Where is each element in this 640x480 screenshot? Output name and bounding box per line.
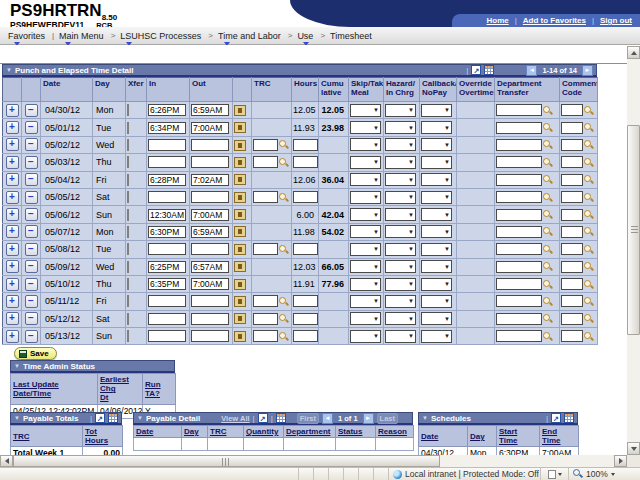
skip-take-meal-select[interactable]: ▼ — [350, 260, 381, 273]
grid-next-page-icon[interactable]: ► — [363, 413, 374, 424]
time-in-input[interactable] — [148, 174, 186, 186]
skip-take-meal-select[interactable]: ▼ — [350, 208, 381, 221]
punch-detail-icon[interactable] — [234, 331, 246, 342]
comment-lookup-icon[interactable] — [583, 261, 594, 272]
callback-nopay-select[interactable]: ▼ — [421, 330, 452, 343]
trc-lookup-icon[interactable] — [278, 192, 289, 203]
department-lookup-icon[interactable] — [542, 226, 553, 237]
horizontal-scrollbar-thumb[interactable] — [13, 455, 440, 467]
time-in-input[interactable] — [148, 261, 186, 273]
department-transfer-input[interactable] — [496, 330, 542, 342]
department-transfer-input[interactable] — [496, 174, 542, 186]
department-transfer-input[interactable] — [496, 261, 542, 273]
hours-input[interactable] — [293, 243, 318, 255]
xfer-checkbox[interactable] — [127, 156, 129, 168]
skip-take-meal-select[interactable]: ▼ — [350, 104, 381, 117]
time-out-input[interactable] — [191, 243, 229, 255]
department-transfer-input[interactable] — [496, 191, 542, 203]
time-in-input[interactable] — [148, 191, 186, 203]
xfer-checkbox[interactable] — [127, 330, 129, 342]
comment-code-input[interactable] — [561, 104, 583, 116]
popup-window-icon[interactable]: ↗ — [551, 413, 561, 423]
skip-take-meal-select[interactable]: ▼ — [350, 278, 381, 291]
customize-grid-icon[interactable] — [484, 65, 494, 75]
hazard-in-chrg-select[interactable]: ▼ — [385, 173, 416, 186]
horizontal-scrollbar[interactable] — [0, 455, 627, 467]
add-row-button[interactable]: + — [6, 104, 19, 117]
trc-input[interactable] — [253, 313, 278, 325]
department-lookup-icon[interactable] — [542, 244, 553, 255]
comment-code-input[interactable] — [561, 191, 583, 203]
skip-take-meal-select[interactable]: ▼ — [350, 330, 381, 343]
vertical-scrollbar[interactable] — [627, 46, 640, 455]
callback-nopay-select[interactable]: ▼ — [421, 295, 452, 308]
department-lookup-icon[interactable] — [542, 105, 553, 116]
last-page-button[interactable]: Last — [377, 413, 398, 424]
time-in-input[interactable] — [148, 209, 186, 221]
column-header[interactable]: Reason — [376, 426, 414, 438]
collapse-section-icon[interactable]: ▼ — [422, 415, 428, 421]
xfer-checkbox[interactable] — [127, 174, 129, 186]
time-in-input[interactable] — [148, 330, 186, 342]
callback-nopay-select[interactable]: ▼ — [421, 121, 452, 134]
comment-code-input[interactable] — [561, 122, 583, 134]
hours-input[interactable] — [293, 313, 318, 325]
scroll-down-button[interactable] — [627, 442, 640, 455]
department-lookup-icon[interactable] — [542, 296, 553, 307]
xfer-checkbox[interactable] — [127, 191, 129, 203]
breadcrumb-item[interactable]: Time and Labor — [216, 31, 285, 41]
column-header[interactable]: Day — [468, 426, 497, 447]
skip-take-meal-select[interactable]: ▼ — [350, 243, 381, 256]
time-out-input[interactable] — [191, 139, 229, 151]
department-lookup-icon[interactable] — [542, 313, 553, 324]
add-row-button[interactable]: + — [6, 208, 19, 221]
punch-detail-icon[interactable] — [234, 313, 246, 324]
trc-input[interactable] — [253, 243, 278, 255]
xfer-checkbox[interactable] — [127, 261, 129, 273]
first-page-button[interactable]: First — [297, 413, 319, 424]
department-transfer-input[interactable] — [496, 226, 542, 238]
punch-detail-icon[interactable] — [234, 209, 246, 220]
time-out-input[interactable] — [191, 313, 229, 325]
hours-input[interactable] — [293, 139, 318, 151]
comment-code-input[interactable] — [561, 313, 583, 325]
add-row-button[interactable]: + — [6, 173, 19, 186]
hazard-in-chrg-select[interactable]: ▼ — [385, 138, 416, 151]
punch-detail-icon[interactable] — [234, 105, 246, 116]
time-out-input[interactable] — [191, 174, 229, 186]
comment-code-input[interactable] — [561, 243, 583, 255]
skip-take-meal-select[interactable]: ▼ — [350, 173, 381, 186]
trc-lookup-icon[interactable] — [278, 244, 289, 255]
xfer-checkbox[interactable] — [127, 243, 129, 255]
hazard-in-chrg-select[interactable]: ▼ — [385, 121, 416, 134]
time-in-input[interactable] — [148, 295, 186, 307]
time-in-input[interactable] — [148, 226, 186, 238]
callback-nopay-select[interactable]: ▼ — [421, 191, 452, 204]
time-out-input[interactable] — [191, 191, 229, 203]
callback-nopay-select[interactable]: ▼ — [421, 173, 452, 186]
comment-code-input[interactable] — [561, 226, 583, 238]
punch-detail-icon[interactable] — [234, 244, 246, 255]
department-transfer-input[interactable] — [496, 122, 542, 134]
skip-take-meal-select[interactable]: ▼ — [350, 156, 381, 169]
punch-detail-icon[interactable] — [234, 140, 246, 151]
scroll-up-button[interactable] — [627, 46, 640, 59]
trc-input[interactable] — [253, 295, 278, 307]
delete-row-button[interactable]: − — [25, 156, 38, 169]
comment-code-input[interactable] — [561, 139, 583, 151]
skip-take-meal-select[interactable]: ▼ — [350, 295, 381, 308]
column-header[interactable]: Day — [182, 426, 208, 438]
collapse-section-icon[interactable]: ▼ — [6, 67, 12, 73]
punch-detail-icon[interactable] — [234, 261, 246, 272]
time-out-input[interactable] — [191, 122, 229, 134]
column-header[interactable]: Quantity — [244, 426, 284, 438]
comment-lookup-icon[interactable] — [583, 209, 594, 220]
comment-lookup-icon[interactable] — [583, 157, 594, 168]
add-row-button[interactable]: + — [6, 156, 19, 169]
trc-lookup-icon[interactable] — [278, 313, 289, 324]
header-link[interactable]: Add to Favorites — [523, 16, 586, 25]
department-lookup-icon[interactable] — [542, 279, 553, 290]
breadcrumb-item[interactable]: Timesheet — [328, 31, 376, 41]
grid-next-page-icon[interactable]: ► — [582, 65, 593, 76]
punch-detail-icon[interactable] — [234, 192, 246, 203]
